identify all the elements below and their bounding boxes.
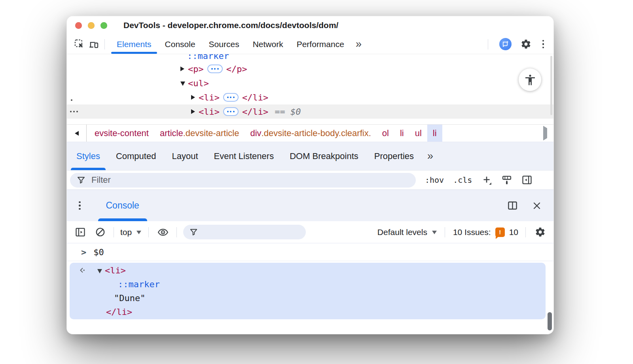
crumb-li-selected[interactable]: li [427, 125, 442, 142]
split-panel-icon[interactable] [507, 200, 518, 211]
crumb-ul[interactable]: ul [409, 125, 427, 142]
crumb-li[interactable]: li [394, 125, 409, 142]
main-tabs: Elements Console Sources Network Perform… [110, 34, 366, 54]
row-options-dot-icon [71, 99, 72, 101]
close-tag: </li> [242, 107, 268, 117]
close-drawer-icon[interactable] [532, 201, 542, 210]
console-filter-field[interactable] [183, 225, 306, 239]
toolbar-divider [176, 227, 177, 237]
breadcrumb: evsite-content article.devsite-article d… [87, 125, 442, 142]
tab-console[interactable]: Console [158, 34, 202, 54]
main-toolbar: Elements Console Sources Network Perform… [67, 34, 553, 54]
result-open-tag: <li> [105, 265, 126, 275]
console-scrollbar[interactable] [548, 312, 552, 330]
settings-gear-icon[interactable] [519, 37, 533, 51]
console-filter-input[interactable] [198, 229, 300, 235]
dock-sidebar-icon[interactable] [521, 174, 533, 186]
tab-computed[interactable]: Computed [108, 142, 164, 170]
inspect-element-icon[interactable] [72, 37, 87, 51]
pseudo-element-label[interactable]: ::marker [187, 54, 229, 61]
node-ellipsis-icon[interactable] [207, 64, 223, 73]
toolbar-divider [445, 227, 445, 237]
tab-sources[interactable]: Sources [202, 34, 246, 54]
expand-arrow-icon[interactable] [191, 109, 195, 114]
live-expression-eye-icon[interactable] [156, 225, 170, 239]
styles-filter-input[interactable] [91, 175, 409, 185]
tab-performance[interactable]: Performance [290, 34, 351, 54]
collapse-arrow-icon[interactable] [97, 269, 102, 273]
issues-icon: ! [495, 228, 505, 237]
accessibility-icon [524, 74, 536, 86]
tab-network[interactable]: Network [246, 34, 290, 54]
breadcrumb-back-button[interactable] [67, 125, 87, 142]
context-selector[interactable]: top [120, 228, 141, 237]
more-options-menu-icon[interactable] [541, 38, 546, 50]
styles-filter-field[interactable] [70, 173, 416, 188]
new-style-rule-icon[interactable] [481, 174, 492, 186]
tab-dom-breakpoints[interactable]: DOM Breakpoints [282, 142, 366, 170]
console-settings-gear-icon[interactable] [533, 225, 547, 239]
filter-funnel-icon [189, 228, 198, 237]
titlebar: DevTools - developer.chrome.com/docs/dev… [67, 16, 553, 34]
crumb-devsite-content[interactable]: evsite-content [89, 125, 154, 142]
toolbar-divider [525, 227, 526, 237]
toggle-class-button[interactable]: .cls [453, 175, 472, 185]
crumb-article[interactable]: article.devsite-article [154, 125, 245, 142]
log-levels-value: Default levels [377, 228, 427, 237]
ai-assistant-icon[interactable] [499, 38, 512, 50]
toolbar-divider [114, 227, 114, 237]
breadcrumb-forward-button[interactable] [541, 126, 550, 141]
elements-scrollbar[interactable] [550, 56, 552, 115]
result-pseudo-element[interactable]: ::marker [118, 279, 160, 289]
styles-filter-row: :hov .cls [67, 171, 553, 190]
issues-counter[interactable]: 10 Issues: ! 10 [453, 228, 518, 237]
expand-arrow-icon[interactable] [191, 95, 195, 100]
node-ellipsis-icon[interactable] [223, 107, 239, 116]
row-options-dots-icon[interactable] [70, 111, 78, 112]
clear-console-icon[interactable] [93, 225, 107, 239]
toggle-hover-state-button[interactable]: :hov [425, 175, 444, 185]
close-tag: </p> [226, 64, 247, 74]
zoom-window-button[interactable] [100, 22, 107, 29]
close-window-button[interactable] [75, 22, 82, 29]
crumb-ol[interactable]: ol [377, 125, 394, 142]
dom-row-li-selected[interactable]: <li> </li> == $0 [67, 104, 553, 119]
node-ellipsis-icon[interactable] [223, 93, 239, 102]
accessibility-fab[interactable] [519, 68, 541, 91]
console-result-block[interactable]: <li> ::marker "Dune" </li> [70, 263, 546, 319]
collapse-arrow-icon[interactable] [180, 82, 185, 86]
minimize-window-button[interactable] [88, 22, 95, 29]
devtools-window: DevTools - developer.chrome.com/docs/dev… [66, 16, 554, 334]
rendering-brush-icon[interactable] [501, 174, 512, 186]
expand-arrow-icon[interactable] [180, 66, 184, 71]
issues-count: 10 [509, 228, 518, 237]
tab-styles[interactable]: Styles [68, 142, 108, 170]
console-input-echo: $0 [93, 247, 104, 257]
tab-event-listeners[interactable]: Event Listeners [206, 142, 282, 170]
toolbar-divider [148, 227, 149, 237]
dom-row-li-1[interactable]: <li> </li> [67, 90, 553, 104]
drawer-tab-console[interactable]: Console [101, 190, 144, 221]
elements-dom-tree: ::marker <p> </p> <ul> <li> </li> <li> <… [67, 54, 553, 124]
chevron-down-icon [136, 231, 141, 234]
dom-row-p[interactable]: <p> </p> [67, 62, 553, 76]
device-toolbar-icon[interactable] [87, 37, 101, 51]
more-tabs-icon[interactable]: » [351, 34, 366, 54]
toolbar-right-cluster [484, 37, 546, 51]
drawer-menu-icon[interactable] [77, 200, 82, 212]
toolbar-divider [488, 39, 488, 49]
tab-layout[interactable]: Layout [164, 142, 206, 170]
open-tag: <ul> [188, 78, 209, 88]
open-tag: <li> [199, 107, 220, 117]
return-value-icon [78, 266, 86, 274]
result-text-node: "Dune" [114, 293, 145, 303]
console-sidebar-icon[interactable] [73, 225, 87, 239]
left-triangle-icon [75, 131, 79, 136]
console-input-echo-row[interactable]: > $0 [67, 243, 553, 261]
more-sidebar-tabs-icon[interactable]: » [422, 142, 439, 170]
dom-row-ul[interactable]: <ul> [67, 76, 553, 90]
tab-properties[interactable]: Properties [366, 142, 422, 170]
crumb-div[interactable]: div.devsite-article-body.clearfix. [245, 125, 377, 142]
log-levels-selector[interactable]: Default levels [377, 228, 437, 237]
tab-elements[interactable]: Elements [110, 34, 158, 54]
